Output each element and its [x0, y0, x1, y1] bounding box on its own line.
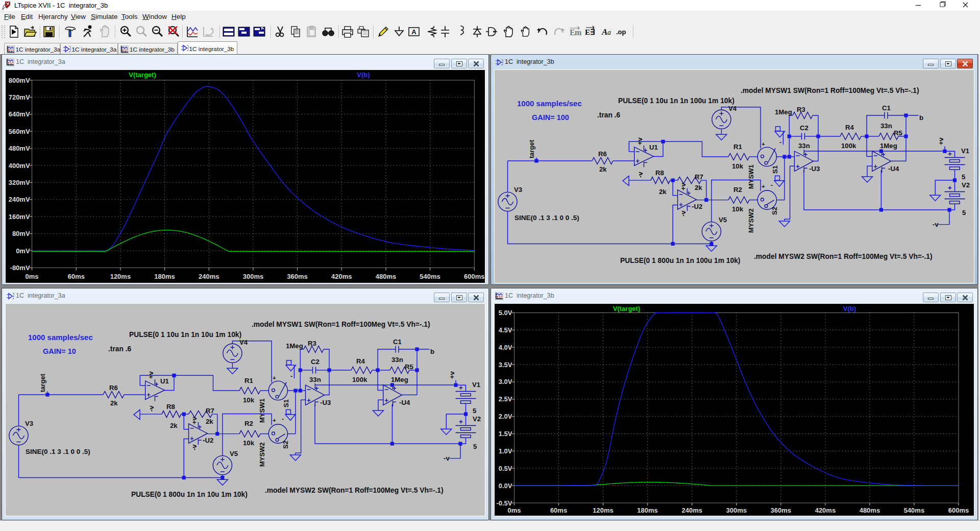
svg-text:-: -: [290, 373, 292, 380]
svg-text:160mV: 160mV: [9, 213, 30, 221]
svg-text:+v: +v: [679, 182, 687, 190]
svg-text:V(b): V(b): [357, 71, 370, 79]
svg-text:1.0V: 1.0V: [499, 447, 512, 455]
svg-text:-v: -v: [933, 221, 939, 228]
svg-text:2k: 2k: [110, 399, 118, 407]
svg-text:2k: 2k: [659, 188, 667, 196]
svg-text:120ms: 120ms: [110, 273, 131, 280]
svg-text:S2: S2: [282, 441, 289, 449]
svg-text:33n: 33n: [798, 142, 810, 150]
svg-text:PULSE(0 1 10u 1n 1n 10u 1m 10k: PULSE(0 1 10u 1n 1n 10u 1m 10k): [129, 331, 241, 339]
svg-text:-U4: -U4: [399, 399, 410, 406]
svg-text:300ms: 300ms: [726, 506, 747, 514]
svg-text:1Meg: 1Meg: [880, 142, 897, 150]
svg-text:0mV: 0mV: [16, 247, 30, 255]
svg-text:PULSE(0 1 800u 1n 1n 100u 1m 1: PULSE(0 1 800u 1n 1n 100u 1m 10k): [620, 257, 740, 264]
svg-text:.tran .6: .tran .6: [597, 111, 621, 119]
svg-text:360ms: 360ms: [287, 273, 307, 280]
svg-text:V4: V4: [239, 339, 248, 346]
svg-text:V2: V2: [962, 181, 970, 189]
svg-text:2k: 2k: [695, 184, 702, 191]
svg-text:.model MYSW2 SW(Ron=1 Roff=100: .model MYSW2 SW(Ron=1 Roff=100Meg Vt=.5 …: [754, 253, 933, 260]
svg-text:+: +: [762, 183, 765, 189]
svg-text:b: b: [430, 348, 434, 355]
svg-text:420ms: 420ms: [331, 273, 352, 280]
svg-text:-U3: -U3: [809, 165, 820, 173]
svg-text:R6: R6: [109, 384, 118, 392]
svg-text:.model MYSW1 SW(Ron=1 Roff=100: .model MYSW1 SW(Ron=1 Roff=100Meg Vt=.5 …: [741, 87, 919, 94]
svg-text:33n: 33n: [391, 356, 403, 364]
svg-text:V(target): V(target): [613, 305, 640, 312]
svg-text:V5: V5: [230, 450, 238, 457]
svg-text:GAIN= 10: GAIN= 10: [43, 347, 76, 355]
svg-text:+: +: [273, 375, 276, 381]
svg-text:V(target): V(target): [129, 71, 156, 79]
svg-text:+: +: [762, 141, 765, 147]
svg-text:480mV: 480mV: [9, 144, 30, 152]
svg-text:+v: +v: [937, 137, 945, 145]
svg-text:2.0V: 2.0V: [499, 413, 512, 420]
svg-text:S1: S1: [771, 165, 779, 174]
svg-text:60ms: 60ms: [550, 506, 567, 514]
svg-text:0.0V: 0.0V: [499, 482, 512, 490]
svg-text:target: target: [39, 373, 46, 392]
svg-text:V2: V2: [473, 415, 481, 423]
svg-text:180ms: 180ms: [637, 506, 657, 514]
svg-text:S1: S1: [282, 399, 290, 407]
svg-text:S2: S2: [771, 207, 778, 215]
svg-text:3.0V: 3.0V: [499, 378, 512, 385]
svg-text:33n: 33n: [880, 122, 892, 130]
svg-text:R1: R1: [733, 143, 742, 151]
svg-text:720mV: 720mV: [9, 93, 30, 101]
svg-text:100k: 100k: [352, 376, 368, 383]
svg-text:1Meg: 1Meg: [775, 108, 792, 116]
svg-text:100k: 100k: [841, 142, 856, 150]
svg-text:0ms: 0ms: [507, 506, 521, 514]
svg-text:240ms: 240ms: [199, 273, 219, 280]
svg-text:R5: R5: [405, 363, 413, 371]
svg-text:target: target: [528, 139, 535, 158]
svg-text:V(b): V(b): [843, 305, 856, 312]
svg-text:1.5V: 1.5V: [499, 430, 512, 438]
svg-text:-v: -v: [148, 405, 155, 412]
svg-text:MYSW2: MYSW2: [747, 208, 755, 233]
svg-text:120ms: 120ms: [593, 506, 613, 514]
svg-text:-: -: [282, 416, 284, 423]
svg-text:E: E: [585, 28, 590, 36]
svg-text:-: -: [771, 182, 773, 189]
svg-text:5.0V: 5.0V: [499, 309, 512, 317]
svg-text:+v: +v: [636, 137, 644, 145]
svg-text:0ms: 0ms: [26, 273, 39, 280]
svg-text:GAIN= 100: GAIN= 100: [532, 113, 569, 122]
svg-text:1Meg: 1Meg: [391, 376, 408, 383]
svg-text:180ms: 180ms: [154, 273, 175, 280]
svg-text:R8: R8: [166, 403, 175, 411]
svg-text:R3: R3: [797, 106, 805, 113]
svg-text:10k: 10k: [243, 396, 255, 404]
svg-text:240ms: 240ms: [681, 506, 702, 514]
svg-text:C1: C1: [882, 104, 891, 112]
svg-text:MYSW2: MYSW2: [258, 442, 266, 467]
svg-text:2.5V: 2.5V: [499, 395, 512, 403]
svg-text:5: 5: [962, 209, 966, 216]
svg-text:-v: -v: [444, 454, 450, 462]
svg-text:1Meg: 1Meg: [286, 342, 303, 350]
svg-text:540ms: 540ms: [420, 273, 440, 280]
svg-text:10k: 10k: [243, 439, 255, 447]
svg-text:300ms: 300ms: [243, 273, 263, 280]
svg-text:60ms: 60ms: [68, 273, 85, 280]
svg-text:V5: V5: [719, 216, 727, 224]
svg-text:C1: C1: [393, 338, 402, 346]
svg-text:1000 samples/sec: 1000 samples/sec: [517, 99, 582, 108]
svg-text:1000 samples/sec: 1000 samples/sec: [28, 333, 93, 342]
svg-text:-v: -v: [679, 210, 687, 216]
svg-text:+v: +v: [190, 416, 198, 424]
svg-text:MYSW1: MYSW1: [258, 398, 266, 423]
svg-text:V1: V1: [472, 381, 480, 389]
svg-text:33n: 33n: [309, 376, 321, 383]
svg-text:360ms: 360ms: [771, 506, 791, 514]
svg-text:U1: U1: [649, 143, 658, 151]
svg-text:MYSW1: MYSW1: [747, 164, 755, 189]
svg-text:-U4: -U4: [888, 165, 899, 173]
svg-text:a: a: [607, 29, 611, 36]
